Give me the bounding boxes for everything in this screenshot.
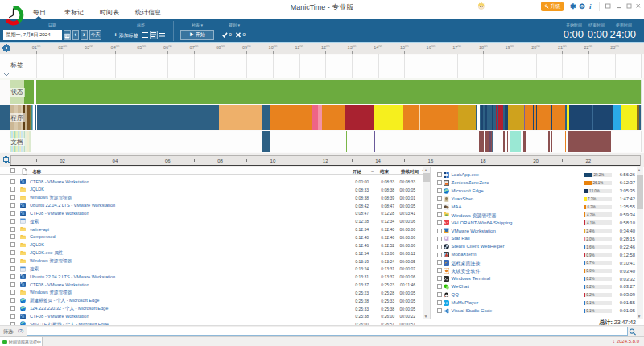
svg-text:02: 02 — [60, 159, 65, 163]
svg-text:06: 06 — [165, 159, 171, 163]
svg-text:04: 04 — [113, 159, 118, 163]
svg-text:20: 20 — [533, 159, 539, 163]
svg-text:08: 08 — [217, 159, 223, 163]
svg-text:12: 12 — [323, 159, 328, 163]
svg-text:16: 16 — [428, 159, 434, 163]
svg-text:状态: 状态 — [11, 89, 24, 96]
svg-text:文档: 文档 — [11, 138, 23, 146]
svg-text:18: 18 — [481, 159, 486, 163]
svg-text:程序: 程序 — [10, 114, 24, 122]
svg-text:22: 22 — [585, 159, 591, 163]
svg-text:10: 10 — [270, 159, 276, 163]
svg-text:标签: 标签 — [10, 61, 24, 68]
svg-text:14: 14 — [375, 159, 381, 163]
